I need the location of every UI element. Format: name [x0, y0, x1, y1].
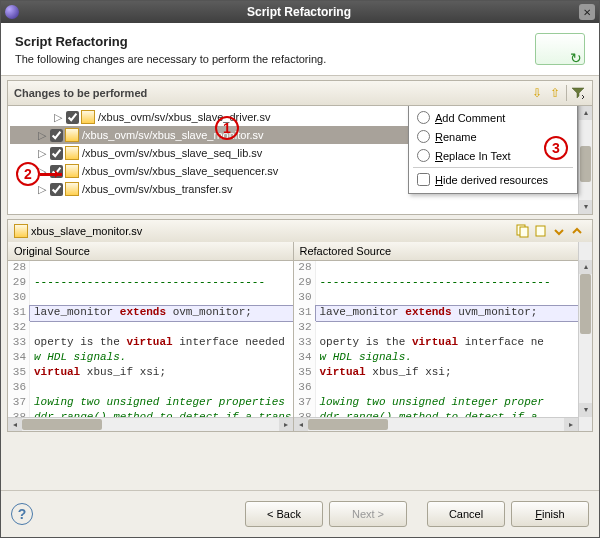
filter-option-label: Add Comment [435, 112, 505, 124]
refactoring-dialog: Script Refactoring ✕ Script Refactoring … [0, 0, 600, 538]
scroll-thumb[interactable] [308, 419, 388, 430]
hide-derived-checkbox[interactable] [417, 173, 430, 186]
line-content: virtual xbus_if xsi; [30, 366, 293, 381]
page-title: Script Refactoring [15, 34, 525, 49]
code-line: 34w HDL signals. [294, 351, 579, 366]
right-pane-title: Refactored Source [294, 242, 579, 261]
line-number: 35 [8, 366, 30, 381]
scroll-up-icon[interactable]: ▴ [579, 260, 592, 274]
refactored-source-viewer[interactable]: 2829-----------------------------------3… [294, 261, 579, 417]
code-line: 29----------------------------------- [8, 276, 293, 291]
scroll-thumb[interactable] [580, 274, 591, 334]
scroll-thumb[interactable] [580, 146, 591, 182]
line-number: 36 [294, 381, 316, 396]
hide-derived-label: Hide derived resources [435, 174, 548, 186]
change-path: /xbus_ovm/sv/xbus_slave_monitor.sv [82, 129, 264, 141]
line-content [316, 321, 579, 336]
copy-all-left-button[interactable] [515, 223, 531, 239]
change-path: /xbus_ovm/sv/xbus_slave_seq_lib.sv [82, 147, 262, 159]
expand-icon[interactable]: ▷ [36, 183, 48, 196]
svg-rect-1 [520, 227, 528, 237]
scroll-down-icon[interactable]: ▾ [579, 403, 592, 417]
compare-viewer: Original Source 2829--------------------… [7, 242, 593, 432]
line-content [316, 291, 579, 306]
sv-file-icon [65, 164, 79, 178]
finish-button[interactable]: Finish [511, 501, 589, 527]
left-hscrollbar[interactable]: ◂ ▸ [8, 417, 293, 431]
expand-icon[interactable]: ▷ [36, 129, 48, 142]
line-number: 29 [294, 276, 316, 291]
filter-radio[interactable] [417, 149, 430, 162]
line-content: w HDL signals. [316, 351, 579, 366]
right-hscrollbar[interactable]: ◂ ▸ [294, 417, 579, 431]
code-line: 30 [294, 291, 579, 306]
line-content [30, 261, 293, 276]
scroll-right-icon[interactable]: ▸ [564, 418, 578, 431]
prev-diff-button[interactable] [569, 223, 585, 239]
line-number: 30 [8, 291, 30, 306]
button-bar: ? < Back Next > Cancel Finish [1, 490, 599, 537]
code-line: 33operty is the virtual interface needed [8, 336, 293, 351]
change-checkbox[interactable] [50, 147, 63, 160]
line-content: lowing two unsigned integer proper [316, 396, 579, 411]
code-line: 30 [8, 291, 293, 306]
line-content: lave_monitor extends uvm_monitor; [316, 306, 579, 321]
scroll-left-icon[interactable]: ◂ [294, 418, 308, 431]
filter-radio[interactable] [417, 130, 430, 143]
line-number: 31 [294, 306, 316, 321]
line-content: operty is the virtual interface needed [30, 336, 293, 351]
code-line: 33operty is the virtual interface ne [294, 336, 579, 351]
hide-derived-option[interactable]: Hide derived resources [413, 170, 573, 189]
tree-vscrollbar[interactable]: ▴ ▾ [578, 106, 592, 214]
help-button[interactable]: ? [11, 503, 33, 525]
line-content [316, 261, 579, 276]
line-number: 34 [294, 351, 316, 366]
code-line: 32 [294, 321, 579, 336]
scroll-down-icon[interactable]: ▾ [579, 200, 592, 214]
line-content: ----------------------------------- [316, 276, 579, 291]
line-number: 33 [8, 336, 30, 351]
expand-icon[interactable]: ▷ [36, 147, 48, 160]
scroll-right-icon[interactable]: ▸ [279, 418, 293, 431]
copy-current-left-button[interactable] [533, 223, 549, 239]
filter-menu-button[interactable] [566, 85, 586, 101]
next-button: Next > [329, 501, 407, 527]
changes-label: Changes to be performed [14, 87, 528, 99]
filter-option[interactable]: Add Comment [413, 108, 573, 127]
changes-tree[interactable]: ▷/xbus_ovm/sv/xbus_slave_driver.sv▷/xbus… [7, 105, 593, 215]
compare-vscrollbar[interactable]: ▴ ▾ [578, 242, 592, 431]
back-button[interactable]: < Back [245, 501, 323, 527]
line-content: lowing two unsigned integer properties [30, 396, 293, 411]
expand-icon[interactable]: ▷ [36, 165, 48, 178]
right-pane: Refactored Source 2829------------------… [294, 242, 579, 431]
change-path: /xbus_ovm/sv/xbus_slave_driver.sv [98, 111, 270, 123]
change-checkbox[interactable] [50, 165, 63, 178]
filter-radio[interactable] [417, 111, 430, 124]
cancel-button[interactable]: Cancel [427, 501, 505, 527]
scroll-left-icon[interactable]: ◂ [8, 418, 22, 431]
line-content: operty is the virtual interface ne [316, 336, 579, 351]
code-line: 31lave_monitor extends uvm_monitor; [294, 306, 579, 321]
expand-icon[interactable]: ▷ [52, 111, 64, 124]
code-line: 29----------------------------------- [294, 276, 579, 291]
prev-change-button[interactable]: ⇩ [529, 85, 545, 101]
change-checkbox[interactable] [50, 129, 63, 142]
line-number: 30 [294, 291, 316, 306]
filter-option[interactable]: Rename [413, 127, 573, 146]
filter-option-label: Rename [435, 131, 477, 143]
next-change-button[interactable]: ⇧ [547, 85, 563, 101]
filter-option[interactable]: Replace In Text [413, 146, 573, 165]
original-source-viewer[interactable]: 2829-----------------------------------3… [8, 261, 293, 417]
line-content [316, 381, 579, 396]
change-checkbox[interactable] [66, 111, 79, 124]
scroll-up-icon[interactable]: ▴ [579, 106, 592, 120]
sv-file-icon [65, 182, 79, 196]
close-icon[interactable]: ✕ [579, 4, 595, 20]
code-line: 34w HDL signals. [8, 351, 293, 366]
line-number: 37 [8, 396, 30, 411]
next-diff-button[interactable] [551, 223, 567, 239]
scroll-thumb[interactable] [22, 419, 102, 430]
change-checkbox[interactable] [50, 183, 63, 196]
filter-option-label: Replace In Text [435, 150, 511, 162]
left-pane: Original Source 2829--------------------… [8, 242, 294, 431]
